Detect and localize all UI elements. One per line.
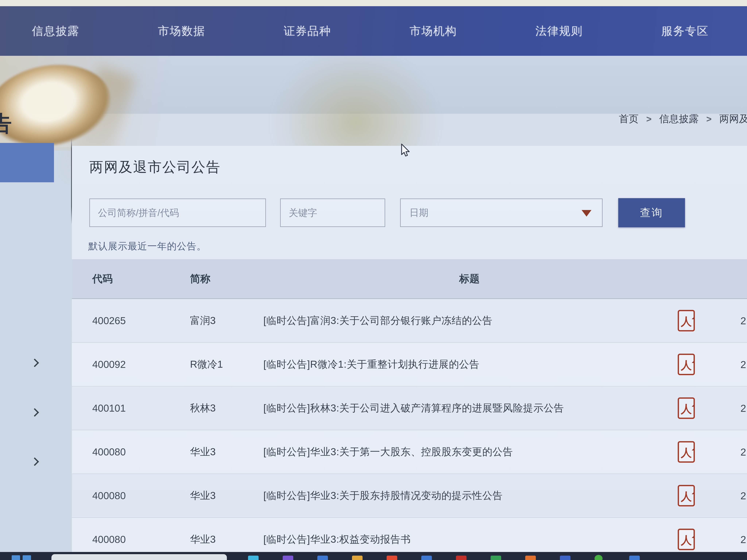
pdf-icon[interactable] xyxy=(678,397,695,419)
nav-item-institutions[interactable]: 市场机构 xyxy=(410,23,457,38)
stock-name: 华业3 xyxy=(170,489,263,502)
taskbar-app-icon[interactable] xyxy=(248,556,259,560)
nav-item-rules[interactable]: 法律规则 xyxy=(536,23,583,38)
dropdown-arrow-icon xyxy=(582,210,591,217)
banner-title-partial-char: 告 xyxy=(0,109,12,138)
stock-name: 秋林3 xyxy=(170,401,263,415)
default-range-hint: 默认展示最近一年的公告。 xyxy=(88,240,206,252)
announcement-title-link[interactable]: [临时公告]华业3:关于第一大股东、控股股东变更的公告 xyxy=(263,445,675,459)
stock-name: R微冷1 xyxy=(170,358,263,371)
announcement-title-link[interactable]: [临时公告]华业3:关于股东持股情况变动的提示性公告 xyxy=(263,489,675,502)
announcement-title-link[interactable]: [临时公告]华业3:权益变动报告书 xyxy=(263,533,675,546)
stock-code: 400080 xyxy=(72,534,170,545)
column-header-name: 简称 xyxy=(170,272,263,286)
taskbar-app-icon[interactable] xyxy=(456,556,466,560)
date-cutoff: 2 xyxy=(709,358,747,370)
date-cutoff: 2 xyxy=(709,446,747,458)
date-cutoff: 2 xyxy=(709,315,747,327)
column-header-title: 标题 xyxy=(263,272,675,286)
table-header-row: 代码 简称 标题 xyxy=(72,259,747,299)
taskbar-app-icon-round[interactable] xyxy=(595,555,602,560)
table-row: 400080 华业3 [临时公告]华业3:关于股东持股情况变动的提示性公告 2 xyxy=(72,474,747,518)
breadcrumb-separator-icon: > xyxy=(706,114,712,124)
mouse-cursor-icon xyxy=(401,144,411,159)
table-row: 400265 富润3 [临时公告]富润3:关于公司部分银行账户冻结的公告 2 xyxy=(72,299,747,343)
filter-bar: 日期 查询 xyxy=(72,198,747,227)
pdf-icon[interactable] xyxy=(678,310,695,331)
taskbar-app-icon[interactable] xyxy=(317,556,328,560)
taskbar-app-icon[interactable] xyxy=(629,556,640,560)
sidebar-expand-chevron-icon[interactable] xyxy=(31,409,38,416)
taskbar-app-icon[interactable] xyxy=(421,556,432,560)
taskbar-app-icon[interactable] xyxy=(491,556,501,560)
main-content-panel: 两网及退市公司公告 日期 查询 默认展示最近一年的公告。 代码 简称 标题 40… xyxy=(72,146,747,553)
screen-edge-strip xyxy=(0,0,747,6)
breadcrumb-separator-icon: > xyxy=(646,114,652,124)
date-cutoff: 2 xyxy=(709,402,747,414)
stock-code: 400080 xyxy=(72,490,170,502)
taskbar-app-icon[interactable] xyxy=(387,556,397,560)
breadcrumb-home[interactable]: 首页 xyxy=(619,112,639,126)
nav-item-services[interactable]: 服务专区 xyxy=(661,23,709,38)
table-row: 400080 华业3 [临时公告]华业3:权益变动报告书 2 xyxy=(72,518,747,553)
table-row: 400092 R微冷1 [临时公告]R微冷1:关于重整计划执行进展的公告 2 xyxy=(72,343,747,386)
main-navbar: 信息披露 市场数据 证券品种 市场机构 法律规则 服务专区 xyxy=(0,6,747,56)
nav-item-market-data[interactable]: 市场数据 xyxy=(158,23,205,38)
nav-item-securities[interactable]: 证券品种 xyxy=(284,23,331,38)
sidebar-expand-chevron-icon[interactable] xyxy=(31,458,38,465)
announcement-title-link[interactable]: [临时公告]秋林3:关于公司进入破产清算程序的进展暨风险提示公告 xyxy=(263,401,675,415)
pdf-icon[interactable] xyxy=(678,441,695,463)
start-button-icon[interactable] xyxy=(12,555,32,560)
taskbar-icons[interactable] xyxy=(248,552,686,560)
query-button[interactable]: 查询 xyxy=(618,198,685,227)
company-search-input[interactable] xyxy=(89,198,266,227)
announcement-list: 400265 富润3 [临时公告]富润3:关于公司部分银行账户冻结的公告 2 4… xyxy=(72,299,747,553)
taskbar-app-icon[interactable] xyxy=(283,556,293,560)
taskbar-app-icon[interactable] xyxy=(525,556,536,560)
breadcrumb-disclosure[interactable]: 信息披露 xyxy=(659,112,699,126)
stock-code: 400092 xyxy=(72,358,170,370)
nav-item-disclosure[interactable]: 信息披露 xyxy=(32,23,79,38)
date-cutoff: 2 xyxy=(709,490,747,502)
screen: 信息披露 市场数据 证券品种 市场机构 法律规则 服务专区 首页 > 信息披露 … xyxy=(0,0,747,560)
stock-name: 富润3 xyxy=(170,314,263,327)
stock-code: 400265 xyxy=(72,315,170,326)
announcement-title-link[interactable]: [临时公告]富润3:关于公司部分银行账户冻结的公告 xyxy=(263,314,675,327)
page-title: 两网及退市公司公告 xyxy=(89,158,221,177)
date-cutoff: 2 xyxy=(709,534,747,545)
pdf-icon[interactable] xyxy=(678,485,695,506)
pdf-icon[interactable] xyxy=(678,354,695,375)
column-header-code: 代码 xyxy=(72,272,170,286)
date-select-placeholder: 日期 xyxy=(409,206,429,219)
taskbar-search-input[interactable] xyxy=(51,554,227,560)
breadcrumb: 首页 > 信息披露 > 两网及 xyxy=(619,112,747,126)
stock-name: 华业3 xyxy=(170,445,263,459)
pdf-icon[interactable] xyxy=(678,529,695,550)
date-select[interactable]: 日期 xyxy=(400,198,602,227)
taskbar-app-icon[interactable] xyxy=(560,556,570,560)
sidebar-content-divider xyxy=(71,138,72,224)
table-row: 400080 华业3 [临时公告]华业3:关于第一大股东、控股股东变更的公告 2 xyxy=(72,430,747,474)
breadcrumb-current-cutoff: 两网及 xyxy=(719,112,747,126)
announcement-title-link[interactable]: [临时公告]R微冷1:关于重整计划执行进展的公告 xyxy=(263,358,675,371)
sidebar-active-item[interactable] xyxy=(0,143,54,182)
taskbar-app-icon[interactable] xyxy=(352,556,363,560)
stock-code: 400101 xyxy=(72,402,170,414)
keyword-search-input[interactable] xyxy=(280,198,385,227)
stock-code: 400080 xyxy=(72,446,170,458)
sidebar-expand-chevron-icon[interactable] xyxy=(31,359,38,367)
table-row: 400101 秋林3 [临时公告]秋林3:关于公司进入破产清算程序的进展暨风险提… xyxy=(72,386,747,430)
taskbar xyxy=(0,552,747,560)
stock-name: 华业3 xyxy=(170,533,263,546)
